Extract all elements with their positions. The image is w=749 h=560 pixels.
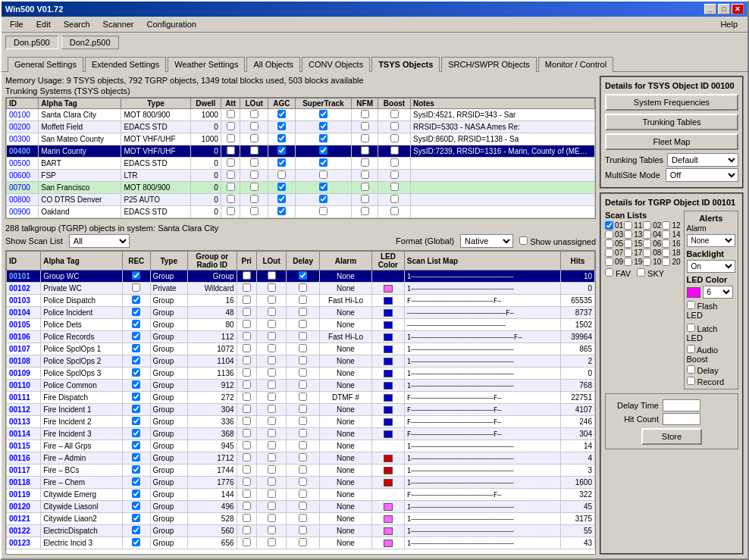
tsys-table-row[interactable]: 00900 Oakland EDACS STD 0	[7, 206, 595, 218]
multisite-select[interactable]: Off	[666, 168, 738, 182]
tgrp-cell-rec[interactable]	[123, 440, 150, 452]
show-scan-list-select[interactable]: All	[69, 234, 130, 248]
tgrp-cell-lout[interactable]	[256, 477, 286, 489]
tsys-checkbox[interactable]	[250, 195, 259, 203]
trunking-tables-select[interactable]: Default	[667, 153, 738, 167]
tab-monitor-control[interactable]: Monitor / Control	[538, 57, 613, 72]
tsys-cell-nfm[interactable]	[352, 121, 378, 133]
tsys-table-row[interactable]: 00300 San Mateo County MOT VHF/UHF 1000 …	[7, 133, 595, 145]
tgrp-cell-pri[interactable]	[237, 295, 256, 307]
tgrp-cell-delay[interactable]	[287, 307, 320, 319]
tgrp-cell-rec[interactable]	[123, 283, 150, 295]
minimize-button[interactable]: _	[704, 4, 716, 14]
tgrp-cell-rec[interactable]	[123, 271, 150, 283]
tgrp-table-row[interactable]: 00104 Police Incident Group 48 None ————…	[7, 307, 595, 319]
tsys-cell-lout[interactable]	[240, 182, 268, 194]
tsys-checkbox[interactable]	[361, 158, 369, 167]
tsys-checkbox[interactable]	[227, 171, 235, 179]
tsys-checkbox[interactable]	[390, 195, 399, 203]
tsys-cell-lout[interactable]	[240, 133, 268, 145]
tgrp-cell-lout[interactable]	[256, 295, 286, 307]
tgrp-cell-rec[interactable]	[123, 513, 150, 525]
tgrp-table-row[interactable]: 00116 Fire – Admin Group 1712 None 1————…	[7, 452, 595, 465]
tgrp-cell-delay[interactable]	[287, 392, 320, 404]
tsys-checkbox[interactable]	[250, 183, 259, 191]
tgrp-cell-lout[interactable]	[256, 440, 286, 452]
tsys-cell-supertrack[interactable]	[295, 121, 352, 133]
tgrp-cell-delay[interactable]	[287, 428, 320, 440]
tsys-checkbox[interactable]	[227, 158, 235, 167]
tgrp-cell-delay[interactable]	[287, 319, 320, 331]
tsys-checkbox[interactable]	[319, 110, 327, 118]
tsys-cell-lout[interactable]	[240, 170, 268, 182]
maximize-button[interactable]: □	[718, 4, 730, 14]
tsys-checkbox[interactable]	[277, 110, 286, 118]
tsys-cell-boost[interactable]	[378, 206, 411, 218]
tsys-cell-boost[interactable]	[378, 133, 411, 145]
tgrp-cell-delay[interactable]	[287, 271, 320, 283]
tsys-cell-att[interactable]	[221, 121, 240, 133]
tgrp-cell-lout[interactable]	[256, 343, 286, 355]
tsys-checkbox[interactable]	[361, 134, 369, 142]
tgrp-table-row[interactable]: 00122 ElectricDispatch Group 560 None 1—…	[7, 525, 595, 537]
tgrp-cell-pri[interactable]	[237, 465, 256, 477]
tsys-table-row[interactable]: 00100 Santa Clara City MOT 800/900 1000 …	[7, 109, 595, 121]
tgrp-cell-rec[interactable]	[123, 319, 150, 331]
tsys-cell-agc[interactable]	[268, 194, 296, 206]
tsys-table-row[interactable]: 00700 San Francisco MOT 800/900 0	[7, 182, 595, 194]
tsys-cell-lout[interactable]	[240, 194, 268, 206]
tgrp-cell-pri[interactable]	[237, 355, 256, 368]
tsys-cell-agc[interactable]	[268, 121, 296, 133]
tgrp-table-row[interactable]: 00114 Fire Incident 3 Group 368 None F——…	[7, 428, 595, 440]
tsys-cell-supertrack[interactable]	[295, 109, 352, 121]
tgrp-cell-pri[interactable]	[237, 513, 256, 525]
tgrp-cell-pri[interactable]	[237, 331, 256, 343]
tsys-checkbox[interactable]	[361, 183, 369, 191]
backlight-select[interactable]: On	[687, 260, 736, 273]
tsys-cell-supertrack[interactable]	[295, 158, 352, 170]
tsys-cell-nfm[interactable]	[352, 206, 378, 218]
tsys-cell-att[interactable]	[221, 145, 240, 158]
tgrp-cell-lout[interactable]	[256, 307, 286, 319]
tsys-checkbox[interactable]	[319, 158, 327, 167]
tsys-checkbox[interactable]	[250, 110, 259, 118]
tsys-checkbox[interactable]	[227, 122, 235, 130]
tsys-cell-supertrack[interactable]	[295, 194, 352, 206]
tgrp-cell-pri[interactable]	[237, 271, 256, 283]
tgrp-cell-pri[interactable]	[237, 319, 256, 331]
menu-scanner[interactable]: Scanner	[99, 18, 139, 30]
tsys-cell-nfm[interactable]	[352, 170, 378, 182]
tgrp-table-row[interactable]: 00120 Citywide Liasonl Group 496 None 1—…	[7, 501, 595, 513]
tgrp-cell-rec[interactable]	[123, 295, 150, 307]
tgrp-cell-lout[interactable]	[256, 452, 286, 465]
tgrp-table-row[interactable]: 00107 Police SpclOps 1 Group 1072 None 1…	[7, 343, 595, 355]
tsys-cell-boost[interactable]	[378, 182, 411, 194]
tgrp-cell-rec[interactable]	[123, 307, 150, 319]
tgrp-cell-pri[interactable]	[237, 416, 256, 428]
tgrp-cell-delay[interactable]	[287, 416, 320, 428]
system-frequencies-button[interactable]: System Frequencies	[605, 94, 738, 111]
tsys-cell-agc[interactable]	[268, 170, 296, 182]
profile-don-button[interactable]: Don.p500	[5, 36, 58, 49]
tsys-checkbox[interactable]	[250, 171, 259, 179]
tgrp-cell-pri[interactable]	[237, 283, 256, 295]
tsys-cell-lout[interactable]	[240, 145, 268, 158]
tsys-cell-nfm[interactable]	[352, 194, 378, 206]
tsys-checkbox[interactable]	[250, 134, 259, 142]
tgrp-cell-pri[interactable]	[237, 477, 256, 489]
tsys-cell-nfm[interactable]	[352, 109, 378, 121]
tsys-checkbox[interactable]	[277, 146, 286, 155]
tgrp-cell-pri[interactable]	[237, 404, 256, 416]
tgrp-cell-rec[interactable]	[123, 380, 150, 392]
tgrp-cell-lout[interactable]	[256, 331, 286, 343]
tgrp-table-row[interactable]: 00103 Police Dispatch Group 16 Fast Hi-L…	[7, 295, 595, 307]
tgrp-cell-pri[interactable]	[237, 501, 256, 513]
tsys-checkbox[interactable]	[390, 158, 399, 167]
tsys-table-row[interactable]: 00400 Marin County MOT VHF/UHF 0 SysID:7…	[7, 145, 595, 158]
tgrp-cell-lout[interactable]	[256, 319, 286, 331]
tsys-checkbox[interactable]	[390, 122, 399, 130]
tgrp-table-row[interactable]: 00106 Police Records Group 112 Fast Hi-L…	[7, 331, 595, 343]
tgrp-cell-delay[interactable]	[287, 477, 320, 489]
tsys-cell-lout[interactable]	[240, 121, 268, 133]
record-checkbox[interactable]	[687, 377, 695, 385]
